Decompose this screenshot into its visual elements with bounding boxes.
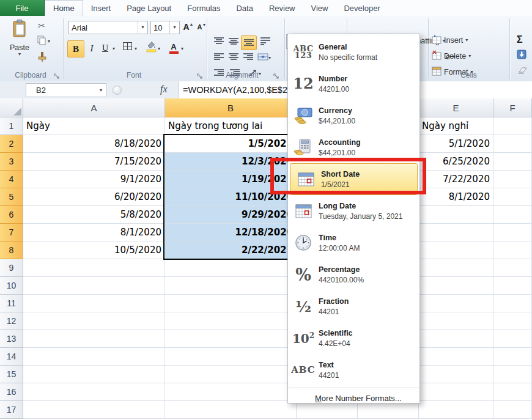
cell-A16[interactable] [23,383,165,401]
align-right-button[interactable] [241,51,256,65]
cell-A1[interactable]: Ngày [23,117,165,135]
cell-B2[interactable]: 1/5/2021 [165,135,297,153]
cell-F17[interactable] [493,401,532,419]
cell-A10[interactable] [23,277,165,295]
cell-A2[interactable]: 8/18/2020 [23,135,165,153]
name-box-dropdown-arrow[interactable]: ▾ [96,88,106,93]
column-header-e[interactable]: E [419,98,493,117]
cell-B17[interactable] [165,401,297,419]
underline-button[interactable]: U [99,40,111,56]
insert-function-button[interactable]: fx [160,84,168,95]
copy-dropdown-arrow[interactable]: ▾ [48,39,50,44]
format-option-long-date[interactable]: Long DateTuesday, January 5, 2021 [288,195,419,227]
row-header-3[interactable]: 3 [0,153,23,171]
column-header-b[interactable]: B [165,98,297,117]
delete-cells-button[interactable]: Delete ▾ [432,50,471,62]
row-header-11[interactable]: 11 [0,295,23,312]
font-name-combo[interactable]: Arial ▾ [68,21,148,34]
shrink-font-button[interactable]: A▼ [196,20,208,34]
alignment-dialog-launcher[interactable] [273,72,280,78]
tab-developer[interactable]: Developer [336,0,388,16]
cell-F6[interactable] [493,206,532,224]
cell-A14[interactable] [23,348,165,366]
cell-A7[interactable]: 8/1/2020 [23,224,165,241]
row-header-15[interactable]: 15 [0,366,23,383]
format-option-time[interactable]: Time12:00:00 AM [288,227,419,259]
cell-E17[interactable] [419,401,493,419]
fill-button[interactable] [517,50,526,62]
align-middle-button[interactable] [226,35,241,49]
cell-B9[interactable] [165,259,297,277]
align-top-button[interactable] [212,35,226,49]
cell-E11[interactable] [419,295,493,312]
cell-F15[interactable] [493,366,532,383]
row-header-4[interactable]: 4 [0,171,23,188]
font-color-button[interactable]: A [168,40,180,56]
cell-E15[interactable] [419,366,493,383]
cell-F7[interactable] [493,224,532,241]
cell-F12[interactable] [493,312,532,330]
cell-E4[interactable]: 7/22/2020 [419,171,493,188]
font-size-dropdown-arrow[interactable]: ▾ [169,21,179,34]
row-header-12[interactable]: 12 [0,312,23,330]
paste-button[interactable]: Paste ▾ [4,18,35,70]
cell-E1[interactable]: Ngày nghỉ [419,117,493,135]
cell-A12[interactable] [23,312,165,330]
tab-review[interactable]: Review [261,0,303,16]
cell-B10[interactable] [165,277,297,295]
format-option-scientific[interactable]: 102Scientific4.42E+04 [288,322,419,354]
align-bottom-button[interactable] [241,35,257,50]
tab-insert[interactable]: Insert [83,0,119,16]
cell-E2[interactable]: 5/1/2020 [419,135,493,153]
cell-F10[interactable] [493,277,532,295]
row-header-10[interactable]: 10 [0,277,23,295]
cell-B7[interactable]: 12/18/2020 [165,224,297,241]
cell-A11[interactable] [23,295,165,312]
tab-home[interactable]: Home [45,0,83,17]
cell-E9[interactable] [419,259,493,277]
cell-B16[interactable] [165,383,297,401]
cell-F8[interactable] [493,241,532,259]
font-dialog-launcher[interactable] [197,72,204,78]
cell-E6[interactable] [419,206,493,224]
column-header-f[interactable]: F [493,98,532,117]
cell-F3[interactable] [493,153,532,171]
clear-button[interactable] [517,66,528,77]
tab-formulas[interactable]: Formulas [179,0,228,16]
cell-E14[interactable] [419,348,493,366]
cell-B4[interactable]: 1/19/2021 [165,171,297,188]
underline-dropdown-arrow[interactable]: ▾ [113,46,115,51]
tab-file[interactable]: File [0,0,45,16]
row-header-17[interactable]: 17 [0,401,23,419]
row-header-9[interactable]: 9 [0,259,23,277]
cell-E13[interactable] [419,330,493,348]
row-header-5[interactable]: 5 [0,188,23,206]
row-header-8[interactable]: 8 [0,241,23,259]
tab-view[interactable]: View [303,0,336,16]
font-size-combo[interactable]: 10 ▾ [150,21,180,34]
cell-F2[interactable] [493,135,532,153]
format-option-short-date[interactable]: Short Date1/5/2021 [290,163,418,195]
row-header-6[interactable]: 6 [0,206,23,224]
cell-E16[interactable] [419,383,493,401]
align-center-button[interactable] [226,51,241,65]
format-option-percentage[interactable]: %Percentage4420100.00% [288,259,419,290]
more-number-formats[interactable]: More Number Formats... [288,390,419,406]
cell-A8[interactable]: 10/5/2020 [23,241,165,259]
cell-F1[interactable] [493,117,532,135]
format-option-text[interactable]: ABCText44201 [288,354,419,386]
cell-A6[interactable]: 5/8/2020 [23,206,165,224]
cell-F16[interactable] [493,383,532,401]
cell-B8[interactable]: 2/22/2021 [165,241,297,259]
row-header-7[interactable]: 7 [0,224,23,241]
cell-B14[interactable] [165,348,297,366]
format-option-general[interactable]: ABC123GeneralNo specific format [288,36,419,68]
format-option-accounting[interactable]: Accounting$44,201.00 [288,131,419,163]
cell-B13[interactable] [165,330,297,348]
borders-dropdown-arrow[interactable]: ▾ [135,46,137,51]
cell-B15[interactable] [165,366,297,383]
row-header-2[interactable]: 2 [0,135,23,153]
cell-F5[interactable] [493,188,532,206]
cell-A13[interactable] [23,330,165,348]
italic-button[interactable]: I [86,40,98,56]
